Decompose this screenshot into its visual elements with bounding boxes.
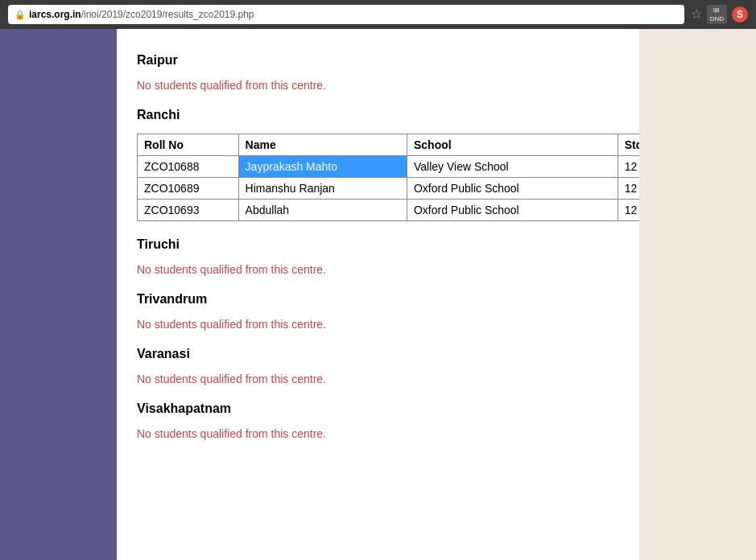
section-visakhapatnam: Visakhapatnam No students qualified from… bbox=[137, 401, 619, 440]
right-panel bbox=[639, 29, 756, 560]
cell-std: 12 bbox=[618, 200, 639, 221]
city-heading-trivandrum: Trivandrum bbox=[137, 292, 619, 307]
city-heading-tiruchi: Tiruchi bbox=[137, 237, 619, 252]
cell-name: Abdullah bbox=[238, 200, 407, 221]
col-header-name: Name bbox=[238, 134, 407, 156]
city-heading-visakhapatnam: Visakhapatnam bbox=[137, 401, 619, 416]
no-students-trivandrum: No students qualified from this centre. bbox=[137, 318, 619, 331]
cell-name: Himanshu Ranjan bbox=[238, 178, 407, 200]
table-row: ZCO10693AbdullahOxford Public School12 bbox=[138, 200, 640, 221]
lock-icon: 🔒 bbox=[14, 10, 26, 20]
cell-std: 12 bbox=[618, 178, 639, 200]
cell-school: Valley View School bbox=[407, 156, 618, 178]
no-students-varanasi: No students qualified from this centre. bbox=[137, 373, 619, 385]
no-students-visakhapatnam: No students qualified from this centre. bbox=[137, 427, 619, 440]
main-content: Raipur No students qualified from this c… bbox=[117, 29, 639, 560]
cell-rollno: ZCO10693 bbox=[138, 200, 239, 221]
cell-rollno: ZCO10688 bbox=[138, 156, 239, 178]
bookmark-icon[interactable]: ☆ bbox=[691, 6, 702, 22]
section-tiruchi: Tiruchi No students qualified from this … bbox=[137, 237, 619, 276]
url-text: iarcs.org.in/inoi/2019/zco2019/results_z… bbox=[29, 9, 254, 20]
sidebar bbox=[0, 29, 117, 560]
table-row: ZCO10688Jayprakash MahtoValley View Scho… bbox=[138, 156, 640, 178]
cell-name[interactable]: Jayprakash Mahto bbox=[238, 156, 407, 178]
cell-school: Oxford Public School bbox=[407, 200, 618, 221]
table-row: ZCO10689Himanshu RanjanOxford Public Sch… bbox=[138, 178, 640, 200]
city-heading-ranchi: Ranchi bbox=[137, 108, 619, 122]
city-heading-raipur: Raipur bbox=[137, 53, 619, 68]
browser-chrome: 🔒 iarcs.org.in/inoi/2019/zco2019/results… bbox=[0, 0, 756, 29]
browser-actions: ☆ ✉ DND S bbox=[691, 5, 748, 24]
section-raipur: Raipur No students qualified from this c… bbox=[137, 53, 619, 92]
cell-std: 12 bbox=[618, 156, 639, 178]
col-header-std: Std bbox=[618, 134, 639, 156]
section-varanasi: Varanasi No students qualified from this… bbox=[137, 347, 619, 385]
cell-school: Oxford Public School bbox=[407, 178, 618, 200]
page-layout: Raipur No students qualified from this c… bbox=[0, 29, 756, 560]
section-trivandrum: Trivandrum No students qualified from th… bbox=[137, 292, 619, 331]
cell-rollno: ZCO10689 bbox=[138, 178, 239, 200]
results-table-ranchi: Roll No Name School Std ZCO10688Jaypraka… bbox=[137, 134, 639, 221]
col-header-rollno: Roll No bbox=[138, 134, 239, 156]
section-ranchi: Ranchi Roll No Name School Std ZCO10688J… bbox=[137, 108, 619, 221]
no-students-raipur: No students qualified from this centre. bbox=[137, 79, 619, 92]
dnd-badge: ✉ DND bbox=[707, 5, 727, 24]
extension-badge[interactable]: S bbox=[732, 6, 748, 23]
col-header-school: School bbox=[407, 134, 618, 156]
address-bar[interactable]: 🔒 iarcs.org.in/inoi/2019/zco2019/results… bbox=[8, 5, 684, 24]
no-students-tiruchi: No students qualified from this centre. bbox=[137, 263, 619, 276]
city-heading-varanasi: Varanasi bbox=[137, 347, 619, 361]
